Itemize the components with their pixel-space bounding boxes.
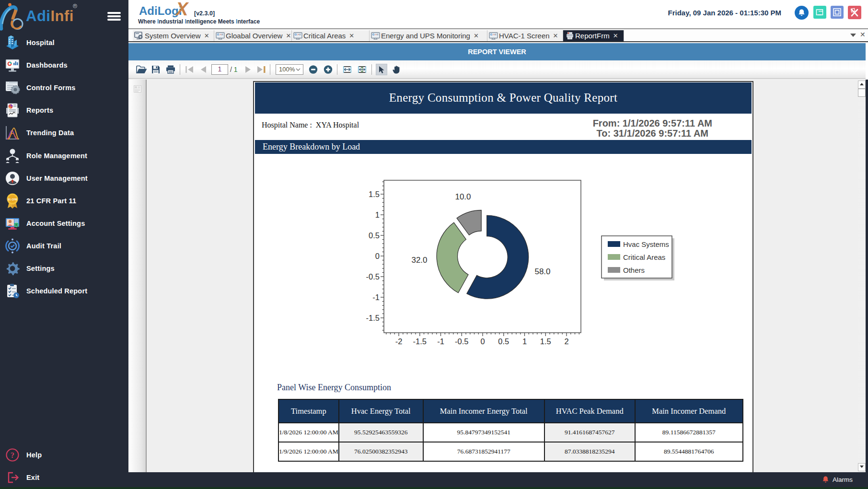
svg-text:32.0: 32.0: [411, 256, 427, 265]
svg-text:Hvac Systems: Hvac Systems: [623, 240, 669, 248]
svg-text:0: 0: [480, 337, 485, 346]
svg-text:Critical Areas: Critical Areas: [623, 253, 665, 261]
svg-text:1: 1: [375, 210, 380, 219]
svg-text:58.0: 58.0: [534, 267, 550, 276]
svg-text:-1.5: -1.5: [413, 337, 427, 346]
svg-text:-1: -1: [437, 337, 444, 346]
svg-text:21 CFR: 21 CFR: [8, 198, 17, 201]
svg-text:2: 2: [564, 337, 568, 346]
svg-text:-0.5: -0.5: [455, 337, 468, 346]
svg-text:1.5: 1.5: [540, 337, 551, 346]
svg-text:1: 1: [522, 337, 527, 346]
svg-text:Others: Others: [623, 266, 645, 274]
svg-text:-1: -1: [372, 293, 380, 302]
svg-text:-2: -2: [395, 337, 403, 346]
svg-text:0: 0: [375, 252, 380, 260]
svg-text:?: ?: [11, 451, 14, 459]
svg-text:0.5: 0.5: [498, 337, 509, 346]
svg-text:10.0: 10.0: [455, 192, 471, 201]
svg-text:0.5: 0.5: [369, 231, 380, 240]
svg-text:-0.5: -0.5: [366, 272, 380, 281]
svg-text:-1.5: -1.5: [366, 314, 380, 322]
svg-text:1.5: 1.5: [369, 190, 380, 198]
